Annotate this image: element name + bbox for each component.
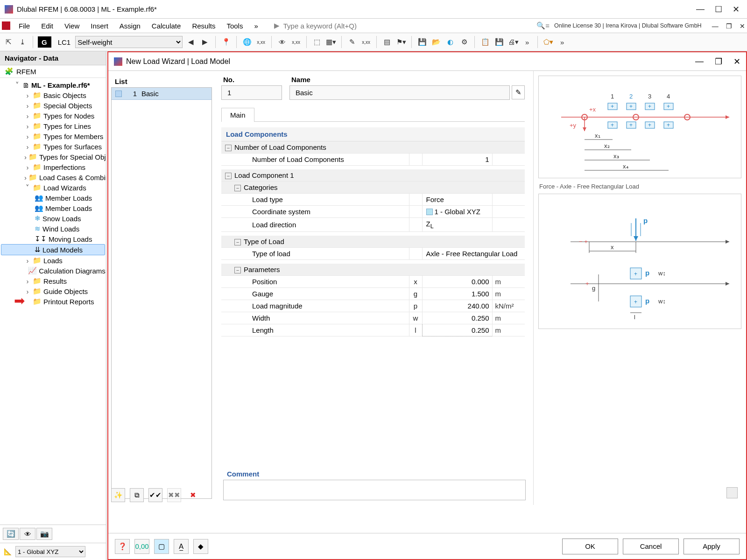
nav-btn-eye[interactable]: 👁 xyxy=(20,528,35,540)
menu-assign[interactable]: Assign xyxy=(115,21,145,31)
close-button[interactable]: ✕ xyxy=(733,4,740,14)
keyword-search-input[interactable] xyxy=(282,21,423,30)
tree-folder[interactable]: ›📁Types for Members xyxy=(1,131,105,141)
navigator-root[interactable]: 🧩 RFEM xyxy=(0,65,106,78)
list-item[interactable]: 1 Basic xyxy=(112,88,211,100)
dialog-maximize[interactable]: ❐ xyxy=(715,56,722,67)
dialog-close[interactable]: ✕ xyxy=(733,56,740,67)
keyword-go-icon[interactable]: ▶ xyxy=(274,21,280,30)
toolbar-prev[interactable]: ◀ xyxy=(185,36,197,48)
menu-file[interactable]: File xyxy=(14,21,35,31)
menu-overflow[interactable]: » xyxy=(249,21,262,31)
tree-folder[interactable]: ›📁Types for Lines xyxy=(1,121,105,131)
row-width[interactable]: Width w 0.250 m xyxy=(221,312,525,324)
toolbar-xxx-3[interactable]: x,xx xyxy=(360,36,372,48)
tree-folder[interactable]: ›📁Types for Special Objects xyxy=(1,152,105,162)
tab-main[interactable]: Main xyxy=(221,108,254,122)
list-check-button[interactable]: ✔✔ xyxy=(148,488,162,502)
row-gauge[interactable]: Gauge g 1.500 m xyxy=(221,288,525,300)
toolbar-xxx-1[interactable]: x,xx xyxy=(255,36,267,48)
diagram-thumb-icon[interactable] xyxy=(726,487,738,498)
tree-project[interactable]: ˅🗎ML - Example.rf6* xyxy=(1,80,105,90)
row-type-of-load[interactable]: Type of load Axle - Free Rectangular Loa… xyxy=(221,248,525,260)
group-number-of-components[interactable]: −Number of Load Components xyxy=(221,141,525,154)
toolbar-next[interactable]: ▶ xyxy=(199,36,211,48)
no-input[interactable] xyxy=(226,88,277,97)
toolbar-overflow-2[interactable]: » xyxy=(557,36,568,48)
comment-input[interactable] xyxy=(223,480,526,500)
help-button[interactable]: ❓ xyxy=(115,539,130,554)
minimize-button[interactable]: — xyxy=(696,4,705,14)
tree-wind-loads[interactable]: ≋Wind Loads xyxy=(1,224,105,234)
toolbar-flag-icon[interactable]: ⚑▾ xyxy=(395,36,407,48)
tree-loads[interactable]: ›📁Loads xyxy=(1,255,105,266)
menu-calculate[interactable]: Calculate xyxy=(147,21,186,31)
toolbar-open-icon[interactable]: 📂 xyxy=(430,36,442,48)
group-type-of-load[interactable]: −Type of Load xyxy=(221,236,525,248)
group-categories[interactable]: −Categories xyxy=(221,182,525,194)
toolbar-layers-icon[interactable]: ▤ xyxy=(381,36,393,48)
row-position[interactable]: Position x 0.000 m xyxy=(221,276,525,288)
row-length[interactable]: Length l 0.250 m xyxy=(221,324,525,336)
mdi-close[interactable]: ✕ xyxy=(740,22,745,30)
row-load-type[interactable]: Load type Force xyxy=(221,194,525,206)
toolbar-gear-icon[interactable]: ⚙ xyxy=(458,36,470,48)
coord-system-select[interactable]: 1 - Global XYZ xyxy=(15,546,85,557)
row-number-of-components[interactable]: Number of Load Components 1 xyxy=(221,154,525,166)
tree-calc-diagram[interactable]: 📈Calculation Diagrams xyxy=(1,266,105,276)
toolbar-loadcase-select[interactable]: Self-weight xyxy=(75,36,183,48)
ok-button[interactable]: OK xyxy=(562,539,618,554)
list-box[interactable]: 1 Basic xyxy=(111,87,212,499)
toolbar-doc-icon[interactable]: 📋 xyxy=(479,36,491,48)
tree-results[interactable]: ›📁Results xyxy=(1,276,105,286)
toolbar-overflow-1[interactable]: » xyxy=(521,36,533,48)
list-uncheck-button[interactable]: ✖✖ xyxy=(167,488,181,502)
menu-results[interactable]: Results xyxy=(187,21,220,31)
toolbar-cloud-icon[interactable]: ◐ xyxy=(444,36,456,48)
toolbar-disk-icon[interactable]: 💾 xyxy=(493,36,505,48)
menu-tools[interactable]: Tools xyxy=(222,21,247,31)
tree-snow-loads[interactable]: ❄Snow Loads xyxy=(1,213,105,224)
list-delete-button[interactable]: ✖ xyxy=(186,488,200,502)
group-load-component-1[interactable]: −Load Component 1 xyxy=(221,169,525,182)
list-new-button[interactable]: ✨ xyxy=(111,488,125,502)
tree-folder[interactable]: ›📁Special Objects xyxy=(1,100,105,111)
maximize-button[interactable]: ☐ xyxy=(715,4,722,14)
menu-insert[interactable]: Insert xyxy=(86,21,113,31)
toolbar-grid-icon[interactable]: ▦▾ xyxy=(325,36,337,48)
tree-folder[interactable]: ›📁Load Cases & Combinations xyxy=(1,172,105,182)
toolbar-shape-icon[interactable]: ⬠▾ xyxy=(543,36,554,48)
toolbar-btn-2[interactable]: ⤓ xyxy=(17,36,28,48)
toolbar-print-icon[interactable]: 🖨▾ xyxy=(507,36,519,48)
row-load-direction[interactable]: Load direction ZL xyxy=(221,218,525,232)
toolbar-save-icon[interactable]: 💾 xyxy=(416,36,428,48)
row-coordinate-system[interactable]: Coordinate system 1 - Global XYZ xyxy=(221,206,525,218)
edit-name-button[interactable]: ✎ xyxy=(512,85,525,99)
list-copy-button[interactable]: ⧉ xyxy=(130,488,144,502)
name-input[interactable] xyxy=(295,88,505,97)
toolbar-pin-icon[interactable]: 📍 xyxy=(220,36,232,48)
menu-view[interactable]: View xyxy=(60,21,84,31)
app-menu-icon[interactable] xyxy=(2,21,10,30)
toolbar-g-button[interactable]: G xyxy=(38,36,51,48)
nav-btn-views[interactable]: 🔄 xyxy=(3,528,19,540)
tree-folder[interactable]: ›📁Imperfections xyxy=(1,162,105,172)
toolbar-btn-1[interactable]: ⇱ xyxy=(3,36,14,48)
toolbar-eye-icon[interactable]: 👁 xyxy=(276,36,288,48)
nav-btn-camera[interactable]: 📷 xyxy=(36,528,52,540)
row-magnitude[interactable]: Load magnitude p 240.00 kN/m² xyxy=(221,300,525,312)
mdi-minimize[interactable]: — xyxy=(712,22,719,30)
toolbar-globe-icon[interactable]: 🌐 xyxy=(241,36,253,48)
units-button[interactable]: 0,00 xyxy=(134,539,149,554)
group-parameters[interactable]: −Parameters xyxy=(221,264,525,276)
tree-load-models[interactable]: ⇊Load Models xyxy=(1,244,105,255)
toolbar-xxx-2[interactable]: x,xx xyxy=(290,36,302,48)
tree-folder[interactable]: ›📁Types for Surfaces xyxy=(1,141,105,152)
text-button[interactable]: A̲ xyxy=(174,539,189,554)
cancel-button[interactable]: Cancel xyxy=(623,539,679,554)
tree-member-loads-2[interactable]: 👥Member Loads xyxy=(1,203,105,213)
tree-member-loads[interactable]: 👥Member Loads xyxy=(1,193,105,203)
tree-moving-loads[interactable]: ↧↧Moving Loads xyxy=(1,234,105,244)
render-button[interactable]: ◆ xyxy=(193,539,208,554)
dialog-minimize[interactable]: — xyxy=(695,56,704,67)
